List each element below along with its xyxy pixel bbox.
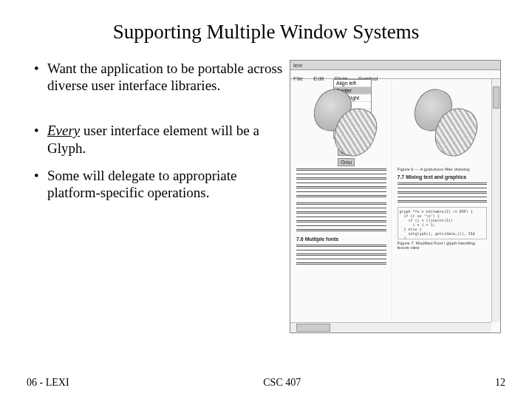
illustration <box>400 84 483 166</box>
scrollbar-thumb[interactable] <box>296 324 330 332</box>
footer-right: 12 <box>495 377 505 389</box>
body-text <box>296 168 386 200</box>
footer-center: CSC 407 <box>263 377 301 389</box>
bullet-item: Some will delegate to appropriate platfo… <box>31 167 284 201</box>
doc-columns: 7.6 Multiple fonts Figure 6 — A gratuito… <box>290 80 491 322</box>
code-listing: glyph *fn = editable(2) != EOF) { if (c … <box>398 207 488 239</box>
slide-title: Supporting Multiple Window Systems <box>27 21 505 44</box>
document-preview: lexi File Edit Style Symbol Align left C… <box>290 60 501 333</box>
illustration <box>300 84 383 166</box>
bullets-column: Want the application to be portable acro… <box>27 60 284 333</box>
doc-col-left: 7.6 Multiple fonts <box>290 80 392 322</box>
body-text <box>296 202 386 233</box>
section-heading: 7.7 Mixing text and graphics <box>398 174 488 180</box>
body-text <box>398 183 488 205</box>
bullet-item: Want the application to be portable acro… <box>31 60 284 94</box>
section-heading: 7.6 Multiple fonts <box>296 236 386 242</box>
slide-body: Want the application to be portable acro… <box>27 60 505 333</box>
doc-menubar: File Edit Style Symbol <box>290 70 500 79</box>
emphasis: Every <box>47 123 80 138</box>
slide: Supporting Multiple Window Systems Want … <box>0 0 532 399</box>
footer-left: 06 - LEXI <box>27 377 69 389</box>
bullet-list: Every user interface element will be a G… <box>27 122 284 201</box>
doc-col-right: Figure 6 — A gratuitous filler drawing 7… <box>392 80 492 322</box>
doc-titlebar: lexi <box>290 61 500 70</box>
horizontal-scrollbar[interactable] <box>290 322 491 332</box>
figure-caption: Figure 6 — A gratuitous filler drawing <box>398 167 488 171</box>
bullet-list: Want the application to be portable acro… <box>27 60 284 94</box>
vertical-scrollbar[interactable] <box>491 79 500 322</box>
bullet-item: Every user interface element will be a G… <box>31 122 284 156</box>
figure-caption: Figure 7. Modified Font / glyph handling… <box>398 241 488 250</box>
bullet-text: user interface element will be a Glyph. <box>47 123 259 155</box>
footer: 06 - LEXI CSC 407 12 <box>27 377 505 389</box>
body-text <box>296 245 386 267</box>
scrollbar-thumb[interactable] <box>493 86 499 109</box>
